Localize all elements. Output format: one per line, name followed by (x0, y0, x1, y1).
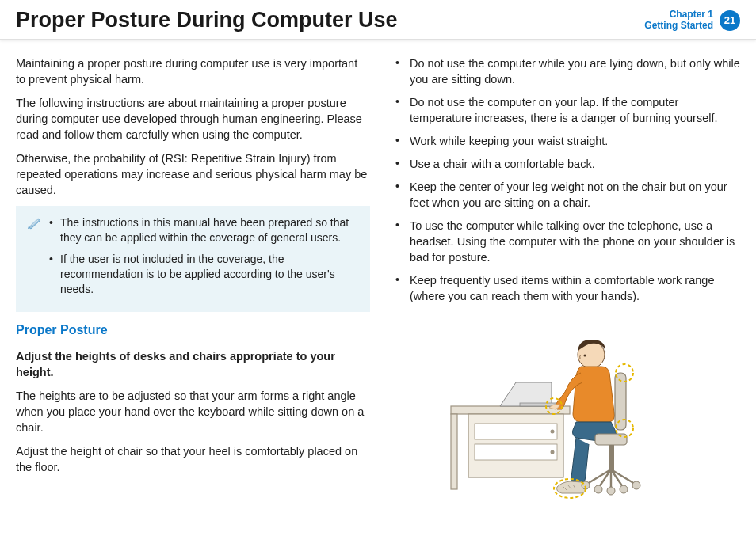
intro-para-2: The following instructions are about mai… (16, 95, 370, 143)
intro-para-3: Otherwise, the probability of (RSI: Repe… (16, 150, 370, 198)
note-item: The instructions in this manual have bee… (60, 215, 361, 245)
svg-rect-12 (609, 445, 614, 470)
chapter-text: Chapter 1 Getting Started (644, 10, 713, 32)
svg-point-14 (632, 481, 640, 489)
body-para: The heights are to be adjusted so that y… (16, 388, 370, 435)
note-icon (27, 217, 43, 232)
chapter-block: Chapter 1 Getting Started 21 (644, 10, 740, 32)
guideline-list: Do not use the computer while you are ly… (386, 55, 740, 304)
content-columns: Maintaining a proper posture during comp… (0, 40, 756, 509)
chapter-label: Chapter 1 (644, 10, 713, 21)
note-list: The instructions in this manual have bee… (49, 215, 361, 302)
left-column: Maintaining a proper posture during comp… (16, 55, 370, 509)
sub-heading: Adjust the heights of desks and chairs a… (16, 348, 370, 380)
svg-rect-11 (595, 434, 627, 445)
list-item: Do not use the computer while you are ly… (410, 55, 740, 87)
body-para: Adjust the height of chair so that your … (16, 443, 370, 475)
posture-illustration (386, 311, 740, 509)
list-item: Use a chair with a comfortable back. (410, 156, 740, 172)
page-title: Proper Posture During Computer Use (16, 8, 398, 32)
chapter-sub: Getting Started (644, 21, 713, 32)
list-item: Keep frequently used items within a comf… (410, 272, 740, 304)
page-number-badge: 21 (720, 10, 740, 31)
svg-rect-3 (475, 444, 557, 460)
svg-point-16 (620, 485, 628, 493)
list-item: To use the computer while talking over t… (410, 218, 740, 265)
svg-point-5 (550, 450, 554, 454)
svg-point-17 (607, 487, 615, 495)
list-item: Keep the center of your leg weight not o… (410, 179, 740, 211)
list-item: Work while keeping your waist straight. (410, 133, 740, 149)
intro-para-1: Maintaining a proper posture during comp… (16, 55, 370, 87)
svg-rect-6 (451, 414, 457, 489)
note-item: If the user is not included in the cover… (60, 252, 361, 297)
page-header: Proper Posture During Computer Use Chapt… (0, 0, 756, 40)
svg-point-15 (594, 485, 602, 493)
section-heading: Proper Posture (16, 323, 370, 340)
svg-point-9 (583, 355, 586, 357)
note-box: The instructions in this manual have bee… (16, 206, 370, 312)
list-item: Do not use the computer on your lap. If … (410, 94, 740, 126)
svg-point-4 (550, 430, 554, 434)
right-column: Do not use the computer while you are ly… (386, 55, 740, 509)
svg-rect-2 (475, 424, 557, 439)
